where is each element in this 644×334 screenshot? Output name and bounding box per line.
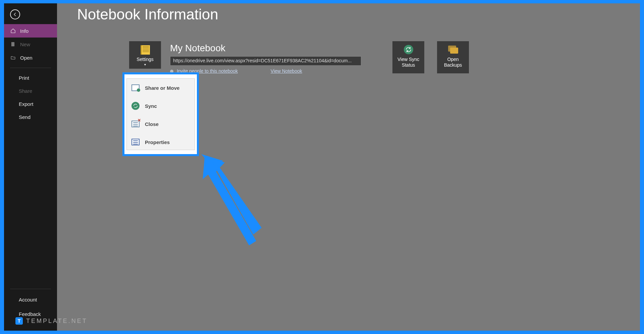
dropdown-close[interactable]: Close: [127, 115, 195, 133]
view-notebook-link[interactable]: View Notebook: [271, 68, 302, 74]
back-button[interactable]: [10, 9, 20, 19]
sidebar-separator: [10, 289, 51, 289]
properties-icon: [131, 137, 140, 147]
watermark: T TEMPLATE.NET: [15, 317, 88, 325]
sync-icon: [404, 45, 414, 55]
sidebar-item-new: New: [4, 38, 57, 51]
close-notebook-icon: [131, 119, 140, 129]
sidebar-bottom: Account Feedback: [4, 285, 57, 321]
back-arrow-icon: [13, 12, 17, 17]
dropdown-label: Sync: [145, 103, 157, 109]
sidebar-label: Send: [19, 114, 31, 120]
backstage-sidebar: Info New Open Print Share: [4, 3, 57, 331]
tile-label: Status: [392, 62, 424, 68]
sidebar-item-export[interactable]: Export: [4, 97, 57, 111]
app-window: Info New Open Print Share: [4, 3, 640, 331]
notebook-icon: [141, 45, 150, 55]
sidebar-label: Export: [19, 101, 33, 107]
sync-icon: [131, 101, 140, 111]
settings-label: Settings: [129, 57, 161, 62]
dropdown-share-or-move[interactable]: Share or Move: [127, 79, 195, 97]
notebook-name: My Notebook: [170, 43, 225, 54]
settings-dropdown-highlight: Share or Move Sync Close Properties: [122, 72, 199, 156]
folders-icon: [448, 45, 458, 55]
watermark-badge: T: [15, 317, 23, 325]
settings-dropdown: Share or Move Sync Close Properties: [126, 78, 195, 150]
sidebar-label: Info: [20, 28, 29, 34]
sidebar-label: Account: [19, 297, 37, 303]
dropdown-label: Close: [145, 121, 159, 127]
dropdown-label: Properties: [145, 139, 170, 145]
folder-open-icon: [10, 55, 16, 61]
sidebar-item-print[interactable]: Print: [4, 71, 57, 84]
settings-button[interactable]: Settings ▾: [129, 41, 161, 69]
sidebar-label: Feedback: [19, 311, 41, 317]
sidebar-item-share: Share: [4, 84, 57, 97]
dropdown-properties[interactable]: Properties: [127, 133, 195, 151]
sidebar-list: Info New Open Print Share: [4, 24, 57, 124]
sidebar-item-info[interactable]: Info: [4, 24, 57, 38]
tile-label: Backups: [437, 62, 469, 68]
view-sync-status-button[interactable]: View Sync Status: [392, 41, 424, 73]
watermark-text: TEMPLATE.NET: [26, 318, 88, 325]
open-backups-button[interactable]: Open Backups: [437, 41, 469, 73]
notebook-url-field[interactable]: https://onedrive.live.com/view.aspx?resi…: [170, 56, 361, 66]
page-title: Notebook Information: [77, 6, 218, 23]
sidebar-label: Open: [20, 55, 33, 61]
sidebar-item-account[interactable]: Account: [4, 292, 57, 307]
svg-marker-5: [211, 161, 262, 235]
annotation-arrow-shape: [201, 154, 268, 243]
sidebar-label: Share: [19, 88, 32, 94]
tile-label: Open: [437, 57, 469, 62]
tile-label: View Sync: [392, 57, 424, 62]
sidebar-label: New: [20, 42, 30, 47]
sidebar-label: Print: [19, 75, 29, 81]
sidebar-item-send[interactable]: Send: [4, 111, 57, 124]
home-icon: [10, 28, 16, 34]
sidebar-item-open[interactable]: Open: [4, 51, 57, 64]
document-icon: [10, 41, 16, 47]
share-icon: [131, 83, 140, 92]
sidebar-separator: [10, 68, 51, 68]
main-panel: Notebook Information Settings ▾ My Noteb…: [57, 3, 640, 331]
dropdown-label: Share or Move: [145, 85, 179, 91]
chevron-down-icon: ▾: [129, 63, 161, 66]
dropdown-sync[interactable]: Sync: [127, 97, 195, 115]
svg-rect-0: [11, 42, 14, 46]
